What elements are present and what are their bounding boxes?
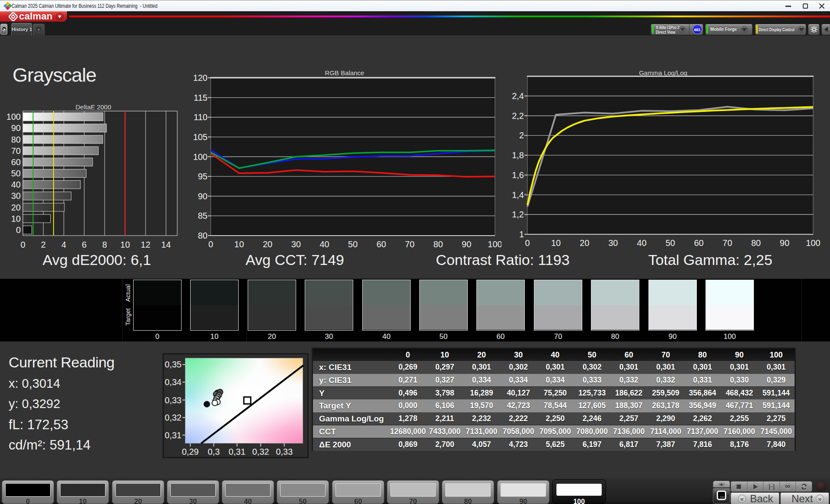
svg-text:100: 100 bbox=[488, 239, 501, 249]
svg-text:0: 0 bbox=[20, 240, 25, 249]
svg-text:90: 90 bbox=[198, 191, 208, 201]
svg-text:0,31: 0,31 bbox=[229, 447, 246, 456]
svg-text:10: 10 bbox=[234, 239, 244, 249]
svg-text:2,2: 2,2 bbox=[512, 111, 524, 121]
svg-text:0: 0 bbox=[208, 239, 213, 249]
svg-text:30: 30 bbox=[608, 238, 618, 248]
svg-text:120: 120 bbox=[193, 73, 208, 83]
svg-text:0,35: 0,35 bbox=[165, 360, 182, 369]
svg-text:2,4: 2,4 bbox=[512, 91, 524, 101]
svg-text:0,29: 0,29 bbox=[182, 447, 199, 456]
svg-text:40: 40 bbox=[319, 239, 329, 249]
svg-text:20: 20 bbox=[580, 238, 589, 248]
svg-text:Gamma Log/Log: Gamma Log/Log bbox=[639, 69, 687, 77]
svg-text:1,4: 1,4 bbox=[512, 190, 524, 200]
svg-text:115: 115 bbox=[194, 93, 208, 102]
svg-text:30: 30 bbox=[11, 191, 21, 201]
svg-text:0: 0 bbox=[16, 225, 21, 235]
svg-text:80: 80 bbox=[11, 135, 21, 144]
svg-text:DeltaE 2000: DeltaE 2000 bbox=[76, 103, 112, 111]
svg-text:50: 50 bbox=[11, 169, 21, 178]
svg-text:0,33: 0,33 bbox=[165, 396, 182, 405]
svg-text:1,2: 1,2 bbox=[512, 210, 524, 219]
svg-text:40: 40 bbox=[11, 180, 21, 189]
svg-text:90: 90 bbox=[780, 238, 789, 248]
svg-text:80: 80 bbox=[433, 239, 443, 249]
svg-text:50: 50 bbox=[348, 239, 358, 249]
svg-text:20: 20 bbox=[11, 203, 21, 212]
svg-text:10: 10 bbox=[11, 214, 21, 223]
svg-text:RGB Balance: RGB Balance bbox=[325, 69, 364, 77]
svg-text:0,33: 0,33 bbox=[276, 447, 293, 456]
svg-text:40: 40 bbox=[637, 238, 646, 248]
svg-text:2: 2 bbox=[519, 131, 524, 140]
svg-text:90: 90 bbox=[11, 123, 21, 133]
svg-text:60: 60 bbox=[694, 238, 703, 248]
svg-text:105: 105 bbox=[193, 132, 208, 142]
svg-text:50: 50 bbox=[665, 238, 675, 248]
svg-text:0,32: 0,32 bbox=[252, 447, 269, 456]
svg-text:70: 70 bbox=[11, 146, 21, 156]
svg-text:80: 80 bbox=[751, 238, 761, 248]
svg-text:1: 1 bbox=[519, 230, 524, 239]
svg-text:60: 60 bbox=[377, 239, 386, 249]
svg-text:1,8: 1,8 bbox=[512, 150, 524, 160]
svg-text:12: 12 bbox=[141, 240, 150, 249]
svg-text:60: 60 bbox=[11, 157, 21, 167]
svg-text:100: 100 bbox=[806, 238, 820, 248]
svg-text:1,6: 1,6 bbox=[512, 170, 524, 180]
svg-text:30: 30 bbox=[291, 239, 301, 249]
svg-text:0: 0 bbox=[525, 238, 530, 248]
svg-text:110: 110 bbox=[194, 112, 208, 122]
svg-text:0,34: 0,34 bbox=[165, 377, 182, 387]
svg-text:10: 10 bbox=[120, 240, 130, 249]
svg-text:14: 14 bbox=[161, 240, 171, 249]
svg-text:20: 20 bbox=[263, 239, 272, 249]
svg-text:70: 70 bbox=[723, 238, 732, 248]
svg-text:95: 95 bbox=[198, 172, 208, 181]
svg-text:0,3: 0,3 bbox=[208, 447, 220, 456]
svg-text:6: 6 bbox=[82, 240, 86, 249]
svg-text:70: 70 bbox=[405, 239, 415, 249]
svg-text:100: 100 bbox=[193, 152, 208, 162]
svg-text:85: 85 bbox=[198, 211, 208, 220]
svg-text:2: 2 bbox=[41, 240, 46, 249]
svg-text:80: 80 bbox=[198, 231, 208, 240]
svg-text:10: 10 bbox=[551, 238, 561, 248]
svg-text:90: 90 bbox=[462, 239, 471, 249]
svg-text:8: 8 bbox=[102, 240, 107, 249]
svg-text:0,32: 0,32 bbox=[165, 413, 182, 422]
svg-text:4: 4 bbox=[61, 240, 66, 249]
svg-text:100: 100 bbox=[6, 112, 21, 121]
svg-text:0,31: 0,31 bbox=[165, 431, 182, 440]
